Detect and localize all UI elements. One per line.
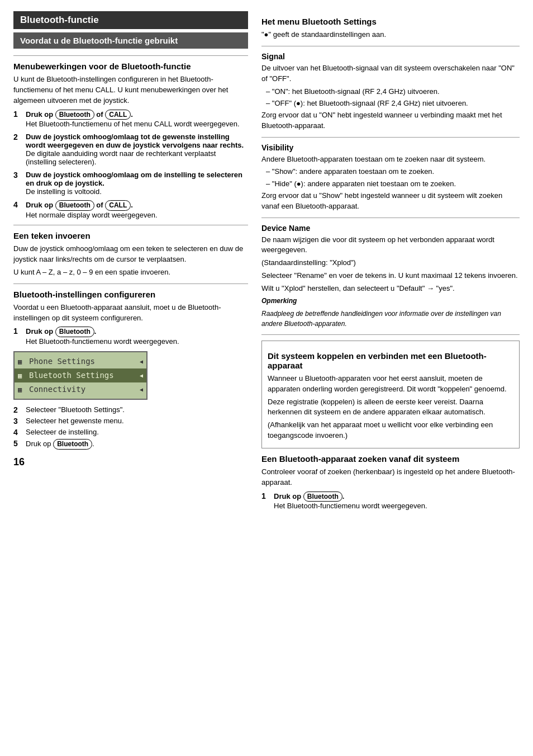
zoeken-title: Een Bluetooth-apparaat zoeken vanaf dit … [261, 454, 520, 464]
section-config: Bluetooth-instellingen configureren Voor… [13, 290, 248, 450]
bluetooth-btn-5: Bluetooth [53, 439, 92, 450]
config-step-num-1: 1 [13, 327, 26, 336]
config-step-content-4: Selecteer de instelling. [26, 428, 248, 436]
lcd-icon-1: ▦ [18, 371, 29, 381]
step-content-1: Druk op Bluetooth of CALL. Het Bluetooth… [26, 110, 248, 129]
opmerking-text: Raadpleeg de betreffende handleidingen v… [261, 309, 520, 329]
lcd-icon-2: ▦ [18, 385, 29, 395]
section-teken: Een teken invoeren Duw de joystick omhoo… [13, 231, 248, 278]
bluetooth-btn-1: Bluetooth [55, 110, 94, 120]
config-step-content-5: Druk op Bluetooth. [26, 439, 248, 450]
step4-detail: Het normale display wordt weergegeven. [26, 211, 248, 219]
zoeken-step1-bold: Druk op Bluetooth. [274, 492, 520, 502]
visibility-title: Visibility [261, 143, 520, 152]
page-number: 16 [13, 456, 248, 468]
divider-r3 [261, 218, 520, 218]
bluetooth-btn-2: Bluetooth [55, 200, 94, 211]
opmerking-title: Opmerking [261, 296, 520, 306]
signal-text: De uitvoer van het Bluetooth-signaal van… [261, 63, 520, 84]
koppelen-text2: Deze registratie (koppelen) is alleen de… [268, 397, 513, 418]
visibility-dash1: – "Show": andere apparaten toestaan om t… [266, 167, 520, 177]
lcd-text-2: Connectivity [29, 384, 140, 395]
section-menu: Het menu Bluetooth Settings "●" geeft de… [261, 17, 520, 40]
lcd-screen: ▦ Phone Settings ◀ ▦ Bluetooth Settings … [13, 351, 147, 400]
signal-dash2: – "OFF" (●): het Bluetooth-signaal (RF 2… [266, 98, 520, 108]
divider-2 [13, 225, 248, 225]
menu-intro: "●" geeft de standaardinstellingen aan. [261, 30, 520, 40]
section-device-name: Device Name De naam wijzigen die voor di… [261, 224, 520, 329]
zoeken-step-1: 1 Druk op Bluetooth. Het Bluetooth-funct… [261, 492, 520, 511]
zoeken-step1-detail: Het Bluetooth-functiemenu wordt weergege… [274, 502, 520, 510]
divider-r4 [261, 334, 520, 335]
step-4: 4 Druk op Bluetooth of CALL. Het normale… [13, 200, 248, 219]
step-1: 1 Druk op Bluetooth of CALL. Het Bluetoo… [13, 110, 248, 129]
step2-bold: Duw de joystick omhoog/omlaag tot de gew… [26, 133, 248, 149]
divider-1 [13, 55, 248, 56]
device-name-text2: (Standaardinstelling: "Xplod") [261, 258, 520, 268]
lcd-icon-0: ▦ [18, 357, 29, 367]
signal-dash1: – "ON": het Bluetooth-signaal (RF 2,4 GH… [266, 87, 520, 97]
sub-title: Voordat u de Bluetooth-functie gebruikt [13, 32, 248, 49]
call-btn-1: CALL [105, 110, 131, 120]
section-koppelen: Dit systeem koppelen en verbinden met ee… [261, 341, 520, 448]
config-steps-2-5: 2 Selecteer "Bluetooth Settings". 3 Sele… [13, 405, 248, 450]
step-2: 2 Duw de joystick omhoog/omlaag tot de g… [13, 133, 248, 166]
signal-title: Signal [261, 52, 520, 61]
config-step-content-2: Selecteer "Bluetooth Settings". [26, 405, 248, 414]
divider-r2 [261, 137, 520, 138]
config-step-2: 2 Selecteer "Bluetooth Settings". [13, 405, 248, 414]
zoeken-step-content-1: Druk op Bluetooth. Het Bluetooth-functie… [274, 492, 520, 511]
zoeken-text1: Controleer vooraf of zoeken (herkenbaar)… [261, 467, 520, 488]
step-list-3: 1 Druk op Bluetooth. Het Bluetooth-funct… [13, 327, 248, 346]
step1-bold: Druk op Bluetooth of CALL. [26, 110, 248, 120]
config-step-4: 4 Selecteer de instelling. [13, 428, 248, 437]
visibility-note: Zorg ervoor dat u "Show" hebt ingesteld … [261, 191, 520, 212]
section2-text2: U kunt A – Z, a – z, 0 – 9 en een spatie… [13, 267, 248, 278]
menu-title: Het menu Bluetooth Settings [261, 17, 520, 26]
step-content-3: Duw de joystick omhoog/omlaag om de inst… [26, 171, 248, 196]
step2-detail: De digitale aanduiding wordt naar de rec… [26, 149, 248, 166]
device-name-text1: De naam wijzigen die voor dit systeem op… [261, 235, 520, 256]
config-step-num-4: 4 [13, 428, 26, 437]
lcd-text-1: Bluetooth Settings [29, 370, 140, 381]
step-num-4: 4 [13, 200, 26, 209]
config-step-content-3: Selecteer het gewenste menu. [26, 417, 248, 425]
step4-bold: Druk op Bluetooth of CALL. [26, 200, 248, 211]
device-name-title: Device Name [261, 224, 520, 233]
right-column: Het menu Bluetooth Settings "●" geeft de… [261, 11, 520, 745]
step3-detail: De instelling is voltooid. [26, 187, 248, 196]
visibility-text: Andere Bluetooth-apparaten toestaan om t… [261, 154, 520, 165]
step3-bold: Duw de joystick omhoog/omlaag om de inst… [26, 171, 248, 187]
bluetooth-btn-z1: Bluetooth [303, 492, 342, 502]
step-num-1: 1 [13, 110, 26, 119]
step-content-4: Druk op Bluetooth of CALL. Het normale d… [26, 200, 248, 219]
section1-title: Menubewerkingen voor de Bluetooth-functi… [13, 62, 248, 71]
step-num-2: 2 [13, 133, 26, 141]
divider-r1 [261, 46, 520, 46]
device-name-text3: Selecteer "Rename" en voer de tekens in.… [261, 271, 520, 281]
config-step-3: 3 Selecteer het gewenste menu. [13, 417, 248, 426]
step1-detail: Het Bluetooth-functiemenu of het menu CA… [26, 120, 248, 128]
step-3: 3 Duw de joystick omhoog/omlaag om de in… [13, 171, 248, 196]
koppelen-title: Dit systeem koppelen en verbinden met ee… [268, 351, 513, 370]
section-signal: Signal De uitvoer van het Bluetooth-sign… [261, 52, 520, 131]
lcd-arrow-1: ◀ [140, 371, 143, 380]
section3-intro: Voordat u een Bluetooth-apparaat aanslui… [13, 303, 248, 324]
section1-intro: U kunt de Bluetooth-instellingen configu… [13, 74, 248, 106]
device-name-text4: Wilt u "Xplod" herstellen, dan selecteer… [261, 284, 520, 294]
signal-note: Zorg ervoor dat u "ON" hebt ingesteld wa… [261, 110, 520, 131]
section3-title: Bluetooth-instellingen configureren [13, 290, 248, 299]
section2-title: Een teken invoeren [13, 231, 248, 240]
lcd-arrow-0: ◀ [140, 357, 143, 366]
zoeken-step-num-1: 1 [261, 492, 274, 500]
left-column: Bluetooth-functie Voordat u de Bluetooth… [13, 11, 248, 745]
lcd-text-0: Phone Settings [29, 356, 140, 367]
section-menubewerkingen: Menubewerkingen voor de Bluetooth-functi… [13, 62, 248, 219]
config-step1-detail: Het Bluetooth-functiemenu wordt weergege… [26, 337, 248, 346]
koppelen-text3: (Afhankelijk van het apparaat moet u wel… [268, 420, 513, 441]
config-step-1: 1 Druk op Bluetooth. Het Bluetooth-funct… [13, 327, 248, 346]
visibility-dash2: – "Hide" (●): andere apparaten niet toes… [266, 179, 520, 189]
section2-text1: Duw de joystick omhoog/omlaag om een tek… [13, 244, 248, 265]
config-step-num-5: 5 [13, 439, 26, 448]
section-visibility: Visibility Andere Bluetooth-apparaten to… [261, 143, 520, 212]
